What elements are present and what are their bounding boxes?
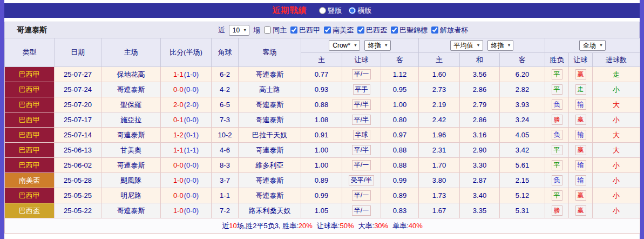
- layout-option-vertical[interactable]: 豎版: [319, 6, 342, 16]
- home-team-cell[interactable]: 甘美奧: [101, 143, 161, 158]
- full-time-score: 0-0: [173, 161, 184, 169]
- paulista-checkbox[interactable]: [391, 26, 398, 34]
- away-team-cell[interactable]: 巴拉干天奴: [239, 128, 301, 143]
- away-team-cell[interactable]: 路禾利桑天奴: [239, 203, 301, 218]
- away-team-cell[interactable]: 哥連泰斯: [239, 188, 301, 203]
- home-team-cell[interactable]: 明尼路: [101, 188, 161, 203]
- goals-result: 大: [613, 101, 620, 109]
- wdl-result: 负: [552, 99, 562, 110]
- goals-result-cell: 小: [593, 173, 640, 188]
- table-row: 南美盃 25-05-28 颶風隊 1-0(0-0) 3-7 哥連泰斯 0.89 …: [5, 173, 640, 188]
- same-home-filter[interactable]: 同主: [264, 25, 287, 35]
- half-time-score: (0-0): [184, 116, 199, 124]
- handicap-result-cell: 输: [569, 173, 593, 188]
- league-filter-sudamericana[interactable]: 南美盃: [324, 25, 354, 35]
- handicap-result-cell: 输: [569, 158, 593, 173]
- corner-cell: 8-3: [212, 158, 239, 173]
- handicap-result-cell: 赢: [569, 67, 593, 82]
- home-team-cell[interactable]: 颶風隊: [101, 173, 161, 188]
- goals-result: 小: [613, 116, 620, 124]
- away-team-cell[interactable]: 哥連泰斯: [239, 173, 301, 188]
- handicap-odds-selects: Crow* ▼ 终指 ▼: [301, 40, 418, 51]
- league-filter-paulista[interactable]: 巴聖錦標: [391, 25, 428, 35]
- eu-draw-odds: 2.86: [460, 82, 500, 97]
- brazil-cup-checkbox[interactable]: [357, 26, 364, 34]
- handicap-result: 赢: [575, 145, 586, 155]
- ah-home-odds: 0.93: [301, 82, 342, 97]
- home-team-cell[interactable]: 聖保羅: [101, 97, 161, 112]
- ah-line-cell: 平手: [342, 82, 381, 97]
- same-home-checkbox[interactable]: [264, 26, 271, 34]
- league-filter-libertadores[interactable]: 解放者杯: [431, 25, 468, 35]
- vertical-layout-radio[interactable]: [319, 7, 326, 14]
- column-header-ah-line: 让球: [342, 53, 381, 67]
- summary-odd-label: 单率:: [392, 222, 409, 230]
- ah-home-odds: 0.88: [301, 97, 342, 112]
- handicap-odds-group-header: Crow* ▼ 终指 ▼: [301, 38, 419, 53]
- libertadores-checkbox[interactable]: [431, 26, 438, 34]
- ah-away-odds: 0.83: [381, 203, 419, 218]
- match-count-select[interactable]: 10 ▼: [229, 25, 249, 36]
- goals-result-cell: 大: [593, 128, 640, 143]
- eu-home-odds: 2.19: [419, 97, 460, 112]
- full-time-score: 0-0: [173, 191, 184, 200]
- score-cell: 1-0(0-0): [161, 203, 212, 218]
- eu-draw-odds: 2.86: [460, 112, 500, 128]
- away-team-cell[interactable]: 維多利亞: [239, 158, 301, 173]
- eu-away-odds: 4.05: [500, 128, 545, 143]
- left-border-strip: [0, 0, 4, 239]
- home-team-cell[interactable]: 哥連泰斯: [101, 82, 161, 97]
- date-cell: 25-07-24: [55, 82, 101, 97]
- goals-result-cell: 小: [593, 203, 640, 218]
- away-team-cell[interactable]: 哥連泰斯: [239, 112, 301, 128]
- eu-away-odds: 6.20: [500, 67, 545, 82]
- away-team-cell[interactable]: 哥連泰斯: [239, 67, 301, 82]
- home-team-cell[interactable]: 哥連泰斯: [101, 158, 161, 173]
- half-time-score: (0-0): [184, 191, 199, 200]
- euro-source-select[interactable]: 平均值 ▼: [450, 40, 483, 51]
- date-cell: 25-07-20: [55, 97, 101, 112]
- euro-stage-select[interactable]: 终指 ▼: [487, 40, 514, 51]
- scope-select[interactable]: 全场 ▼: [579, 40, 606, 51]
- league-filter-brazil-cup[interactable]: 巴西盃: [357, 25, 387, 35]
- layout-option-horizontal[interactable]: 橫版: [349, 6, 372, 16]
- eu-home-odds: 1.73: [419, 188, 460, 203]
- league-filter-brazil-serie-a[interactable]: 巴西甲: [290, 25, 320, 35]
- match-count-select-value: 10: [233, 26, 240, 35]
- home-team-cell[interactable]: 保地花高: [101, 67, 161, 82]
- eu-away-odds: 3.93: [500, 97, 545, 112]
- away-team-cell[interactable]: 哥連泰斯: [239, 97, 301, 112]
- eu-draw-odds: 3.56: [460, 67, 500, 82]
- half-time-score: (1-0): [184, 70, 199, 78]
- page: 近期戰績 豎版 橫版 哥連泰斯 近 10 ▼ 場: [0, 0, 644, 239]
- brazil-serie-a-checkbox[interactable]: [290, 26, 297, 34]
- horizontal-layout-radio[interactable]: [349, 7, 356, 14]
- handicap-result-cell: 赢: [569, 188, 593, 203]
- team-name: 哥連泰斯: [17, 25, 47, 35]
- home-team-cell[interactable]: 施亞拉: [101, 112, 161, 128]
- corner-cell: 4-6: [212, 143, 239, 158]
- ah-line: 受平/半: [349, 175, 374, 185]
- summary-handicap-rate: 50%: [340, 222, 354, 230]
- dropdown-arrow-icon: ▼: [384, 41, 388, 50]
- ah-line-cell: 半/一: [342, 158, 381, 173]
- eu-home-odds: 1.70: [419, 158, 460, 173]
- summary-near-label: 近: [222, 222, 229, 230]
- content: 近期戰績 豎版 橫版 哥連泰斯 近 10 ▼ 場: [4, 0, 640, 234]
- summary-count: 10: [229, 222, 236, 230]
- away-team-cell[interactable]: 高士路: [239, 82, 301, 97]
- table-row: 巴西甲 25-07-24 哥連泰斯 0-0(0-0) 4-2 高士路 0.93 …: [5, 82, 640, 97]
- league-cell: 巴西甲: [5, 82, 55, 97]
- goals-result-cell: 小: [593, 158, 640, 173]
- home-team-cell[interactable]: 哥連泰斯: [101, 203, 161, 218]
- date-cell: 25-05-22: [55, 203, 101, 218]
- bookmaker-select[interactable]: Crow* ▼: [329, 40, 360, 51]
- sudamericana-checkbox[interactable]: [324, 26, 331, 34]
- eu-home-odds: 1.67: [419, 203, 460, 218]
- date-cell: 25-07-27: [55, 67, 101, 82]
- column-header-eu-draw: 和: [460, 53, 500, 67]
- home-team-cell[interactable]: 哥連泰斯: [101, 128, 161, 143]
- handicap-stage-select[interactable]: 终指 ▼: [364, 40, 391, 51]
- away-team-cell[interactable]: 哥連泰斯: [239, 143, 301, 158]
- score-cell: 1-0(0-0): [161, 173, 212, 188]
